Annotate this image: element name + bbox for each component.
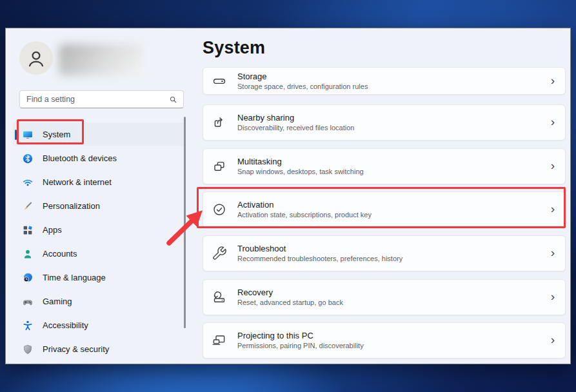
row-subtitle: Permissions, pairing PIN, discoverabilit… (237, 342, 551, 350)
sidebar: System Bluetooth & devices (6, 28, 197, 364)
row-title: Recovery (237, 288, 551, 297)
avatar[interactable] (19, 41, 53, 75)
chevron-right-icon: › (551, 159, 555, 173)
sidebar-item-accounts[interactable]: Accounts (13, 242, 184, 266)
settings-row-recovery[interactable]: Recovery Reset, advanced startup, go bac… (203, 279, 566, 315)
network-icon (22, 177, 34, 188)
row-title: Projecting to this PC (237, 331, 551, 340)
chevron-right-icon: › (551, 74, 555, 88)
sidebar-item-label: Privacy & security (43, 344, 109, 354)
row-title: Multitasking (237, 157, 551, 166)
personalization-icon (22, 201, 34, 212)
chevron-right-icon: › (551, 333, 555, 348)
settings-row-nearby-sharing[interactable]: Nearby sharing Discoverability, received… (203, 104, 566, 141)
sidebar-item-accessibility[interactable]: Accessibility (13, 313, 184, 337)
search-icon[interactable] (168, 95, 178, 104)
sidebar-item-label: Gaming (43, 297, 72, 306)
sidebar-item-label: Personalization (43, 201, 100, 211)
settings-window: System Bluetooth & devices (5, 28, 571, 364)
user-name-blur (59, 44, 144, 76)
troubleshoot-icon (212, 246, 227, 261)
apps-icon (22, 224, 34, 236)
settings-row-multitasking[interactable]: Multitasking Snap windows, desktops, tas… (203, 148, 566, 184)
settings-row-projecting[interactable]: Projecting to this PC Permissions, pairi… (203, 322, 566, 358)
sidebar-item-apps[interactable]: Apps (13, 218, 184, 242)
sidebar-item-label: System (43, 130, 70, 139)
sidebar-item-gaming[interactable]: Gaming (13, 289, 184, 313)
sidebar-item-label: Accounts (43, 249, 77, 259)
row-subtitle: Recommended troubleshooters, preferences… (237, 255, 551, 263)
sidebar-item-time-language[interactable]: Time & language (13, 266, 184, 289)
sidebar-item-label: Accessibility (43, 320, 88, 330)
page-title: System (203, 38, 265, 58)
projecting-icon (212, 333, 227, 348)
chevron-right-icon: › (551, 246, 555, 260)
row-title: Nearby sharing (237, 113, 551, 122)
sidebar-item-privacy-security[interactable]: Privacy & security (13, 337, 184, 361)
row-subtitle: Snap windows, desktops, task switching (237, 168, 551, 176)
chevron-right-icon: › (551, 202, 555, 217)
sidebar-nav: System Bluetooth & devices (13, 122, 184, 361)
gaming-icon (22, 296, 34, 308)
sidebar-scrollbar[interactable] (184, 117, 186, 328)
row-subtitle: Discoverability, received files location (237, 124, 551, 132)
settings-row-storage[interactable]: Storage Storage space, drives, configura… (203, 67, 566, 95)
settings-row-activation[interactable]: Activation Activation state, subscriptio… (203, 191, 566, 228)
nearby-sharing-icon (212, 115, 227, 130)
privacy-security-icon (22, 344, 34, 355)
system-icon (22, 129, 34, 141)
row-subtitle: Reset, advanced startup, go back (237, 299, 551, 307)
row-title: Storage (237, 72, 551, 81)
sidebar-item-label: Network & internet (43, 177, 112, 187)
row-subtitle: Storage space, drives, configuration rul… (237, 83, 551, 91)
chevron-right-icon: › (551, 115, 555, 130)
recovery-icon (212, 289, 227, 305)
storage-icon (212, 74, 227, 89)
activation-icon (212, 202, 227, 217)
time-language-icon (22, 272, 34, 284)
sidebar-item-label: Time & language (43, 273, 106, 282)
bluetooth-icon (22, 153, 34, 164)
accessibility-icon (22, 320, 34, 331)
accounts-icon (22, 248, 34, 260)
chevron-right-icon: › (551, 290, 555, 304)
row-title: Activation (237, 200, 551, 210)
sidebar-item-personalization[interactable]: Personalization (13, 194, 184, 218)
search-input[interactable] (26, 95, 168, 104)
settings-row-troubleshoot[interactable]: Troubleshoot Recommended troubleshooters… (203, 235, 566, 271)
sidebar-item-system[interactable]: System (13, 122, 184, 146)
sidebar-item-network-internet[interactable]: Network & internet (13, 170, 184, 194)
sidebar-item-bluetooth-devices[interactable]: Bluetooth & devices (13, 146, 184, 170)
sidebar-item-label: Apps (43, 225, 62, 235)
multitasking-icon (212, 159, 227, 174)
row-title: Troubleshoot (237, 244, 551, 253)
search-box (19, 90, 184, 108)
row-subtitle: Activation state, subscriptions, product… (237, 211, 551, 219)
person-icon (25, 47, 47, 69)
sidebar-item-label: Bluetooth & devices (43, 153, 117, 163)
